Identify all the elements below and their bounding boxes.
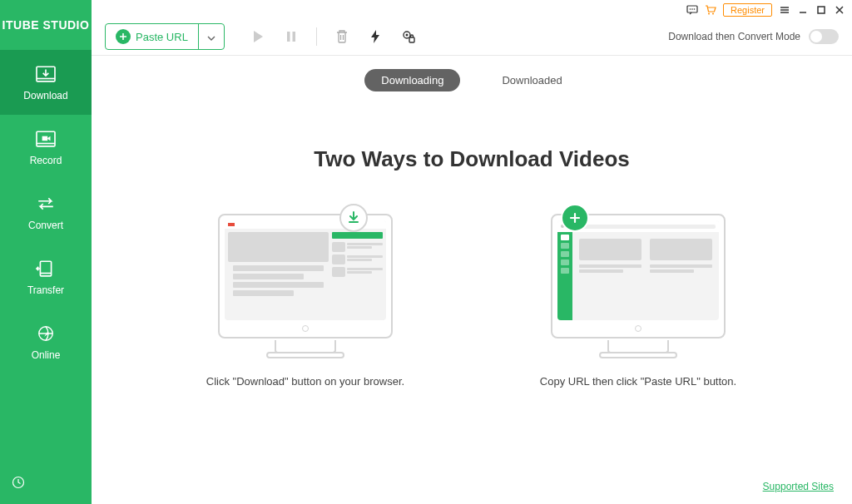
svg-point-10 bbox=[690, 8, 691, 10]
separator bbox=[316, 27, 317, 46]
paste-illustration bbox=[551, 214, 726, 338]
sidebar: ITUBE STUDIO Download Record Convert Tra… bbox=[0, 0, 92, 504]
minimize-icon[interactable] bbox=[797, 4, 809, 16]
paste-url-dropdown[interactable] bbox=[198, 24, 224, 49]
sidebar-item-label: Online bbox=[32, 349, 61, 361]
svg-point-23 bbox=[405, 34, 408, 37]
supported-sites-link[interactable]: Supported Sites bbox=[763, 481, 834, 492]
play-button[interactable] bbox=[243, 23, 273, 50]
paste-url-button[interactable]: Paste URL bbox=[105, 23, 225, 50]
convert-mode-label: Download then Convert Mode bbox=[668, 31, 800, 42]
convert-mode-toggle: Download then Convert Mode bbox=[668, 29, 839, 44]
app-logo: ITUBE STUDIO bbox=[2, 0, 90, 50]
sidebar-item-download[interactable]: Download bbox=[0, 50, 92, 115]
tabs: Downloading Downloaded bbox=[92, 56, 852, 105]
sidebar-item-convert[interactable]: Convert bbox=[0, 180, 92, 245]
clock-icon[interactable] bbox=[12, 476, 25, 489]
svg-rect-19 bbox=[818, 7, 825, 13]
close-icon[interactable] bbox=[834, 4, 845, 16]
sidebar-item-transfer[interactable]: Transfer bbox=[0, 245, 92, 309]
sidebar-item-label: Convert bbox=[28, 220, 63, 231]
svg-rect-20 bbox=[287, 32, 290, 42]
register-button[interactable]: Register bbox=[723, 3, 772, 17]
tab-downloaded[interactable]: Downloaded bbox=[485, 69, 578, 91]
method-card-paste: Copy URL then click "Paste URL" button. bbox=[530, 214, 746, 390]
transfer-icon bbox=[34, 259, 57, 278]
sidebar-item-label: Transfer bbox=[27, 284, 64, 296]
sidebar-item-record[interactable]: Record bbox=[0, 115, 92, 180]
maximize-icon[interactable] bbox=[815, 4, 827, 16]
online-icon bbox=[34, 324, 57, 343]
svg-rect-24 bbox=[409, 37, 414, 42]
method-caption: Click "Download" button on your browser. bbox=[197, 373, 414, 390]
feedback-icon[interactable] bbox=[686, 4, 698, 16]
sidebar-item-online[interactable]: Online bbox=[0, 309, 92, 374]
trash-button[interactable] bbox=[327, 23, 357, 50]
download-icon bbox=[34, 65, 57, 83]
svg-point-13 bbox=[708, 13, 710, 15]
download-badge-icon bbox=[339, 204, 368, 232]
privacy-button[interactable] bbox=[394, 23, 424, 50]
tab-downloading[interactable]: Downloading bbox=[364, 69, 460, 91]
record-icon bbox=[34, 130, 57, 148]
svg-point-11 bbox=[691, 8, 693, 10]
svg-rect-21 bbox=[292, 32, 295, 42]
convert-icon bbox=[34, 195, 57, 213]
content: Two Ways to Download Videos bbox=[92, 105, 852, 504]
method-caption: Copy URL then click "Paste URL" button. bbox=[530, 373, 746, 390]
pause-button[interactable] bbox=[276, 23, 306, 50]
main-area: Register Paste URL Download then Convert… bbox=[92, 0, 852, 504]
convert-mode-switch[interactable] bbox=[809, 29, 839, 44]
turbo-button[interactable] bbox=[360, 23, 390, 50]
toolbar: Paste URL Download then Convert Mode bbox=[92, 18, 852, 56]
plus-icon bbox=[116, 29, 131, 44]
paste-url-label: Paste URL bbox=[136, 31, 188, 43]
page-heading: Two Ways to Download Videos bbox=[314, 146, 629, 172]
cart-icon[interactable] bbox=[705, 4, 716, 16]
browser-illustration bbox=[218, 214, 393, 338]
titlebar: Register bbox=[92, 0, 852, 18]
plus-badge-icon bbox=[561, 204, 589, 232]
svg-point-14 bbox=[712, 13, 714, 15]
svg-rect-3 bbox=[42, 136, 48, 141]
svg-point-12 bbox=[694, 8, 696, 10]
sidebar-item-label: Download bbox=[23, 90, 67, 101]
menu-icon[interactable] bbox=[779, 4, 790, 16]
method-card-browser: Click "Download" button on your browser. bbox=[197, 214, 414, 390]
sidebar-item-label: Record bbox=[30, 155, 62, 166]
